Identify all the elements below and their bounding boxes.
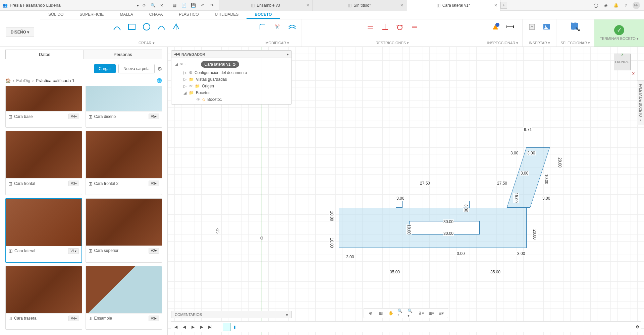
gear-icon[interactable]: ⚙	[157, 66, 162, 72]
thumb-card[interactable]: ◫EnsambleV3▾	[86, 266, 162, 330]
timeline-play-icon[interactable]: ▶	[190, 324, 196, 330]
dimension-label[interactable]: 10.00	[406, 224, 412, 234]
tree-item-bocetos[interactable]: ◢📁Bocetos	[171, 89, 291, 96]
grid-display-icon[interactable]: ▦▾	[428, 310, 434, 317]
doc-tab-sintitulo[interactable]: ◫ Sin título* ✕	[313, 0, 407, 11]
add-tab-icon[interactable]: +	[500, 2, 507, 9]
tree-root[interactable]: Cara lateral v1 ⊙	[201, 61, 239, 68]
offset-icon[interactable]	[287, 21, 298, 32]
doc-tab-ensamble[interactable]: ◫ Ensamble v3 ✕	[219, 0, 313, 11]
close-icon[interactable]: ✕	[400, 3, 404, 8]
orbit-icon[interactable]: ⊕	[367, 310, 374, 317]
circle-icon[interactable]	[141, 21, 152, 32]
display-icon[interactable]: 🖥▾	[418, 310, 424, 317]
eye-icon[interactable]: 👁	[196, 97, 200, 102]
fillet-icon[interactable]	[257, 21, 268, 32]
dimension-label[interactable]: 27.50	[419, 181, 431, 186]
viewcube[interactable]: Z FRONTAL X	[610, 54, 634, 77]
extension-icon[interactable]: ◯	[592, 2, 599, 9]
look-icon[interactable]: ▦	[377, 310, 384, 317]
tab-datos[interactable]: Datos	[5, 50, 84, 59]
thumb-card[interactable]: ◫Cara superiorV2▾	[86, 198, 162, 263]
equal-constraint-icon[interactable]	[409, 21, 420, 32]
tab-plastico[interactable]: PLÁSTICO	[171, 11, 207, 19]
dimension-label[interactable]: 3.00	[542, 196, 551, 201]
help-icon[interactable]: ?	[623, 2, 629, 9]
cargar-button[interactable]: Cargar	[94, 64, 116, 73]
nueva-carpeta-button[interactable]: Nueva carpeta	[118, 64, 155, 73]
design-dropdown[interactable]: DISEÑO ▾	[6, 27, 34, 37]
measure-icon[interactable]	[490, 21, 501, 32]
dimension-label[interactable]: 3.00	[463, 204, 469, 212]
close-icon[interactable]: ✕	[306, 3, 310, 8]
horizontal-constraint-icon[interactable]	[365, 21, 376, 32]
eye-icon[interactable]: 👁	[179, 62, 183, 67]
breadcrumb-folder[interactable]: FabDig	[16, 78, 30, 83]
thumb-card-selected[interactable]: ◫Cara lateralV1▾	[5, 198, 82, 263]
rectangle-icon[interactable]	[126, 21, 137, 32]
tab-utilidades[interactable]: UTILIDADES	[207, 11, 247, 19]
thumb-card[interactable]: ◫Cara traseraV4▾	[5, 266, 82, 330]
dimension-label[interactable]: 3.00	[517, 251, 526, 256]
finish-sketch-button[interactable]: ✓ TERMINAR BOCETO ▾	[594, 19, 644, 47]
dimension-label[interactable]: 30.00	[443, 219, 454, 224]
dimension-label[interactable]: 35.00	[389, 270, 400, 274]
dimension-label[interactable]: 35.00	[490, 270, 501, 274]
pin-icon[interactable]: ●	[286, 313, 288, 317]
dimension-label[interactable]: 10.00	[329, 238, 335, 248]
doc-tab-caralateral[interactable]: ◫ Cara lateral v1* ✕	[407, 0, 500, 11]
job-status-icon[interactable]: ◉	[602, 2, 609, 9]
tab-solido[interactable]: SÓLIDO	[40, 11, 71, 19]
tree-item-boceto1[interactable]: 👁◇Boceto1	[171, 96, 291, 103]
dimension-label[interactable]: 20.00	[557, 157, 563, 168]
viewport-icon[interactable]: ⊞▾	[438, 310, 444, 317]
dimension-label[interactable]: 27.50	[496, 181, 508, 186]
eye-icon[interactable]: 👁	[189, 84, 193, 88]
sketch-palette-tab[interactable]: PALETA DE BOCETO ◂	[637, 80, 644, 125]
gear-icon[interactable]: ⚙	[636, 325, 639, 329]
expand-icon[interactable]: ◢	[174, 62, 178, 67]
zoom-fit-icon[interactable]: 🔍▾	[408, 310, 414, 317]
arc-icon[interactable]	[156, 21, 167, 32]
dimension-label[interactable]: 30.00	[443, 231, 454, 236]
new-file-icon[interactable]: 📄	[180, 2, 187, 9]
tree-item-config[interactable]: ▷⚙Configuración del documento	[171, 69, 291, 76]
tab-malla[interactable]: MALLA	[112, 11, 141, 19]
thumb-card[interactable]: ◫Cara baseV4▾	[5, 86, 82, 128]
dimension-icon[interactable]	[505, 21, 516, 32]
close-panel-icon[interactable]: ✕	[158, 2, 165, 9]
dimension-label[interactable]: 3.00	[510, 151, 519, 155]
mirror-icon[interactable]	[171, 21, 181, 32]
comments-bar[interactable]: COMENTARIOS ●	[171, 311, 292, 318]
timeline-marker-icon[interactable]: ▮	[233, 325, 236, 329]
save-icon[interactable]: 💾	[190, 2, 197, 9]
dimension-label[interactable]: 3.00	[520, 171, 529, 176]
perpendicular-constraint-icon[interactable]	[380, 21, 390, 32]
image-icon[interactable]	[541, 21, 552, 32]
thumb-card[interactable]: ◫Cara diseñoV5▾	[86, 86, 162, 128]
dimension-label[interactable]: 3.00	[345, 255, 355, 259]
canvas[interactable]: ◀◀ NAVEGADOR ● ◢ 👁 ▫ Cara lateral v1 ⊙ ▷…	[168, 47, 644, 335]
tree-item-vistas[interactable]: ▷📁Vistas guardadas	[171, 76, 291, 83]
refresh-icon[interactable]: ⟳	[141, 2, 148, 9]
line-icon[interactable]	[112, 21, 122, 32]
trim-icon[interactable]: ✂️	[272, 21, 283, 32]
avatar[interactable]: FF	[633, 2, 640, 9]
timeline-end-icon[interactable]: ▶|	[207, 324, 213, 330]
dimension-label[interactable]: 15.00	[513, 193, 519, 203]
tab-chapa[interactable]: CHAPA	[141, 11, 171, 19]
dimension-label[interactable]: 10.00	[329, 211, 335, 221]
dimension-label[interactable]: 3.00	[456, 251, 465, 256]
tree-item-origen[interactable]: ▷👁📁Origen	[171, 83, 291, 89]
search-icon[interactable]: 🔍	[150, 2, 156, 9]
notification-icon[interactable]: 🔔	[612, 2, 619, 9]
collapse-icon[interactable]: ◀◀	[174, 52, 179, 56]
grid-icon[interactable]: ▦	[171, 2, 178, 9]
dimension-label[interactable]: 10.00	[543, 174, 549, 184]
pan-icon[interactable]: ✋	[387, 310, 394, 317]
home-icon[interactable]: 🏠	[5, 78, 11, 83]
pin-icon[interactable]: ●	[286, 52, 289, 56]
redo-icon[interactable]: ↷	[209, 2, 215, 9]
dimension-label[interactable]: 20.00	[532, 229, 538, 240]
dimension-label[interactable]: 3.00	[527, 151, 536, 155]
